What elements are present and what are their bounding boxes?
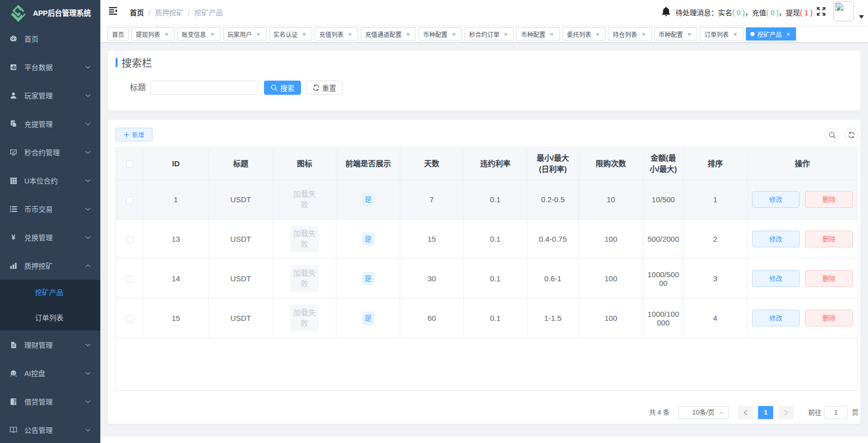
svg-text:¥: ¥: [12, 234, 16, 241]
